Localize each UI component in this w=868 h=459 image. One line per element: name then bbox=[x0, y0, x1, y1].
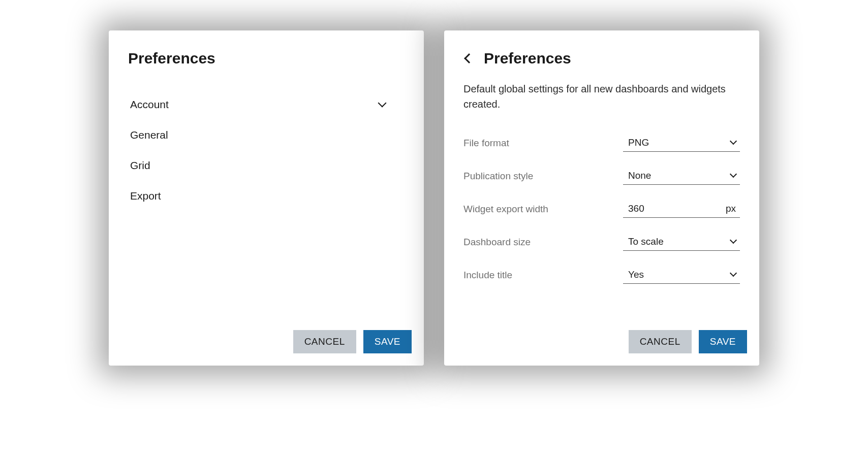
page-title: Preferences bbox=[484, 50, 571, 67]
panel-footer: CANCEL SAVE bbox=[444, 320, 759, 366]
cancel-button[interactable]: CANCEL bbox=[293, 330, 356, 353]
select-value: Yes bbox=[628, 269, 644, 280]
menu-item-label: Account bbox=[130, 99, 169, 111]
save-button[interactable]: SAVE bbox=[699, 330, 747, 353]
row-include-title: Include title Yes bbox=[463, 266, 740, 284]
widget-export-width-field[interactable]: px bbox=[623, 200, 740, 218]
menu-item-account[interactable]: Account bbox=[109, 89, 405, 120]
dashboard-size-select[interactable]: To scale bbox=[623, 233, 740, 251]
chevron-down-icon bbox=[730, 171, 737, 178]
preferences-panel-menu: Preferences Account General Grid Export … bbox=[109, 30, 424, 366]
include-title-select[interactable]: Yes bbox=[623, 266, 740, 284]
input-suffix: px bbox=[726, 203, 736, 214]
panel-footer: CANCEL SAVE bbox=[109, 320, 424, 366]
publication-style-select[interactable]: None bbox=[623, 167, 740, 185]
page-subtitle: Default global settings for all new dash… bbox=[463, 81, 740, 112]
row-dashboard-size: Dashboard size To scale bbox=[463, 233, 740, 251]
chevron-down-icon bbox=[730, 138, 737, 145]
menu-item-label: Export bbox=[130, 190, 161, 202]
menu-item-label: General bbox=[130, 129, 168, 141]
panel-content: Preferences Account General Grid Export bbox=[109, 30, 424, 320]
preferences-panel-detail: Preferences Default global settings for … bbox=[444, 30, 759, 366]
chevron-down-icon bbox=[730, 270, 737, 277]
title-row: Preferences bbox=[463, 50, 740, 67]
select-value: None bbox=[628, 170, 651, 181]
chevron-down-icon bbox=[378, 99, 387, 108]
row-widget-export-width: Widget export width px bbox=[463, 200, 740, 218]
file-format-label: File format bbox=[463, 138, 509, 149]
select-value: PNG bbox=[628, 137, 649, 148]
menu-item-export[interactable]: Export bbox=[109, 181, 405, 211]
row-file-format: File format PNG bbox=[463, 134, 740, 152]
page-title: Preferences bbox=[128, 50, 405, 67]
save-button[interactable]: SAVE bbox=[363, 330, 412, 353]
menu-item-grid[interactable]: Grid bbox=[109, 150, 405, 181]
select-value: To scale bbox=[628, 236, 664, 247]
dashboard-size-label: Dashboard size bbox=[463, 237, 531, 248]
widget-export-width-label: Widget export width bbox=[463, 204, 548, 215]
cancel-button[interactable]: CANCEL bbox=[629, 330, 692, 353]
preferences-menu: Account General Grid Export bbox=[109, 89, 405, 211]
widget-export-width-input[interactable] bbox=[628, 203, 699, 214]
row-publication-style: Publication style None bbox=[463, 167, 740, 185]
menu-item-general[interactable]: General bbox=[109, 120, 405, 150]
chevron-down-icon bbox=[730, 237, 737, 244]
menu-item-label: Grid bbox=[130, 159, 150, 172]
panel-content: Preferences Default global settings for … bbox=[444, 30, 759, 320]
publication-style-label: Publication style bbox=[463, 171, 533, 182]
back-icon[interactable] bbox=[464, 53, 474, 63]
include-title-label: Include title bbox=[463, 270, 512, 281]
file-format-select[interactable]: PNG bbox=[623, 134, 740, 152]
